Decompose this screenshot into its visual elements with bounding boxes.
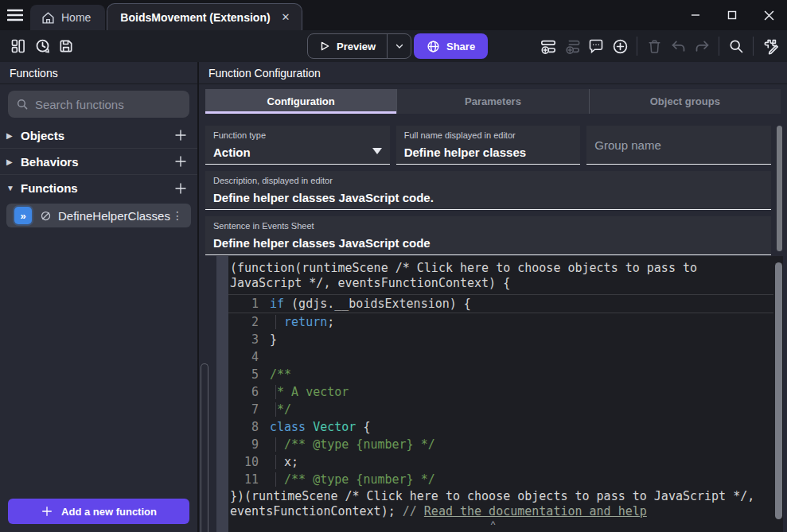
window-maximize-button[interactable]	[714, 0, 750, 30]
code-header-text[interactable]: (function(runtimeScene /* Click here to …	[228, 256, 707, 293]
sentence-label: Sentence in Events Sheet	[213, 221, 763, 231]
collapse-caret-icon[interactable]: ^	[491, 519, 496, 530]
add-function-button[interactable]	[173, 181, 188, 196]
function-type-value: Action	[213, 146, 368, 159]
tab-close-icon[interactable]: ✕	[282, 11, 290, 23]
search-functions-box[interactable]	[8, 91, 189, 118]
tab-object-groups[interactable]: Object groups	[589, 89, 781, 114]
window-minimize-button[interactable]	[677, 0, 714, 30]
plus-icon	[173, 128, 188, 142]
add-new-function-button[interactable]: Add a new function	[8, 499, 189, 524]
full-name-field[interactable]: Full name displayed in editor Define hel…	[396, 126, 581, 165]
code-line[interactable]: 10 x;	[228, 453, 773, 471]
maximize-icon	[727, 10, 737, 20]
line-number: 7	[228, 401, 259, 418]
code-editor[interactable]: (function(runtimeScene /* Click here to …	[228, 256, 783, 532]
version-history-button[interactable]	[30, 34, 54, 58]
code-line[interactable]: 3}	[228, 331, 773, 348]
kebab-menu-icon[interactable]: ⋮	[170, 209, 185, 222]
window-close-button[interactable]	[750, 0, 787, 30]
code-line[interactable]: 2 return;	[228, 313, 773, 331]
code-line[interactable]: 11 /** @type {number} */	[228, 471, 773, 488]
form-scrollbar-thumb[interactable]	[777, 126, 782, 251]
code-line[interactable]: 1if (gdjs.__boidsExtension) {	[228, 294, 773, 313]
share-button[interactable]: Share	[414, 33, 488, 59]
code-line[interactable]: 5/**	[228, 366, 773, 383]
history-clock-icon	[34, 38, 51, 55]
delete-button[interactable]	[642, 34, 666, 58]
sidebar-item-functions[interactable]: ▼ Functions	[0, 175, 197, 201]
edit-extension-button[interactable]	[758, 34, 782, 58]
tab-parameters[interactable]: Parameters	[396, 89, 588, 114]
sidebar-title: Functions	[0, 62, 197, 84]
tab-home[interactable]: Home	[30, 5, 105, 30]
redo-button[interactable]	[690, 34, 714, 58]
toolbar-separator	[637, 37, 637, 56]
close-icon	[764, 10, 774, 21]
gdevelop-window: Home BoidsMovement (Extension) ✕	[0, 0, 787, 532]
code-scrollbar-thumb[interactable]	[775, 262, 782, 519]
group-name-input[interactable]	[594, 126, 763, 164]
line-text: x;	[270, 453, 298, 471]
preview-label: Preview	[337, 41, 376, 52]
open-project-manager-button[interactable]	[6, 34, 30, 58]
documentation-link[interactable]: Read the documentation and help	[424, 504, 647, 518]
tab-configuration[interactable]: Configuration	[205, 89, 396, 114]
edit-extension-icon	[762, 37, 779, 55]
add-comment-button[interactable]	[584, 34, 608, 58]
add-object-button[interactable]	[173, 128, 188, 142]
main-menu-button[interactable]	[0, 0, 30, 30]
sentence-value: Define helper classes JavaScript code	[213, 236, 749, 250]
line-number: 1	[228, 295, 259, 313]
preview-button[interactable]: Preview	[308, 34, 387, 58]
hamburger-icon	[7, 9, 23, 21]
code-line[interactable]: 9 /** @type {number} */	[228, 436, 773, 453]
tab-home-label: Home	[61, 11, 91, 24]
tab-boidsmovement[interactable]: BoidsMovement (Extension) ✕	[107, 3, 302, 30]
sidebar-item-behaviors[interactable]: ▶ Behaviors	[0, 149, 197, 175]
line-text: /** @type {number} */	[270, 471, 435, 488]
preview-button-group: Preview	[307, 33, 411, 59]
add-event-icon	[540, 37, 557, 55]
sidebar-item-objects[interactable]: ▶ Objects	[0, 122, 197, 149]
function-type-label: Function type	[213, 130, 382, 140]
function-item-definehelperclasses[interactable]: » DefineHelperClasses ⋮	[6, 204, 191, 227]
code-line[interactable]: 4	[228, 348, 773, 366]
description-field[interactable]: Description, displayed in editor Define …	[205, 171, 771, 210]
form-scrollbar[interactable]	[777, 126, 782, 251]
javascript-code-panel: (function(runtimeScene /* Click here to …	[199, 256, 787, 532]
function-type-select[interactable]: Function type Action	[205, 126, 390, 165]
line-number: 3	[228, 331, 259, 348]
tree-functions-label: Functions	[21, 181, 78, 195]
add-subevent-button[interactable]	[560, 34, 584, 58]
code-line[interactable]: 6 * A vector	[228, 383, 773, 401]
gutter-scroll-indicator[interactable]	[201, 363, 208, 532]
code-scrollbar[interactable]	[775, 262, 782, 519]
search-events-button[interactable]	[724, 34, 748, 58]
home-icon	[41, 11, 55, 25]
line-text: * A vector	[270, 383, 349, 401]
save-button[interactable]	[54, 34, 78, 58]
search-functions-input[interactable]	[35, 98, 181, 111]
function-item-label: DefineHelperClasses	[58, 209, 170, 223]
function-configuration-panel: Function Configuration Configuration Par…	[199, 62, 787, 532]
line-text: /**	[270, 366, 291, 383]
code-line[interactable]: 8class Vector {	[228, 418, 773, 436]
toolbar: Preview Share	[0, 30, 787, 62]
undo-button[interactable]	[666, 34, 690, 58]
add-event-button[interactable]	[536, 34, 560, 58]
tree-behaviors-label: Behaviors	[21, 155, 79, 169]
sentence-field[interactable]: Sentence in Events Sheet Define helper c…	[205, 216, 771, 255]
plus-icon	[173, 181, 188, 196]
window-controls	[677, 0, 787, 30]
line-text: /** @type {number} */	[270, 436, 435, 453]
group-name-field[interactable]	[586, 126, 771, 165]
minimize-icon	[691, 10, 700, 20]
preview-options-button[interactable]	[387, 34, 411, 58]
code-line[interactable]: 7 */	[228, 401, 773, 418]
main-title: Function Configuration	[199, 62, 787, 84]
add-behavior-button[interactable]	[173, 154, 188, 169]
play-icon	[319, 41, 330, 52]
plus-icon	[173, 154, 188, 169]
add-element-button[interactable]	[608, 34, 632, 58]
